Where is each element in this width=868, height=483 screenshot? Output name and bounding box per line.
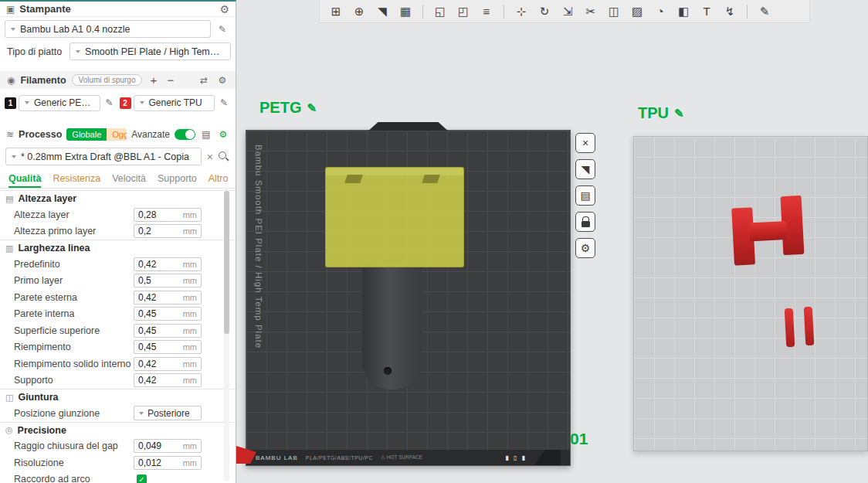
tab-velocità[interactable]: Velocità xyxy=(112,173,146,188)
process-preset-select[interactable]: * 0.28mm Extra Draft @BBL A1 - Copia xyxy=(5,148,202,165)
tab-resistenza[interactable]: Resistenza xyxy=(53,173,100,188)
process-scope-switch[interactable]: Globale Oggetti xyxy=(66,128,127,141)
arrange-plate-icon[interactable]: ▤ xyxy=(575,185,595,206)
scrollbar-thumb[interactable] xyxy=(224,191,229,334)
orient-plate-icon[interactable]: ◥ xyxy=(575,159,595,179)
param-label: Posizione giunzione xyxy=(14,408,134,419)
auto-orient-icon[interactable]: ◥ xyxy=(372,2,392,21)
seam-paint-icon[interactable]: ◔ xyxy=(650,2,670,21)
section-header[interactable]: ▤Altezza layer xyxy=(0,190,236,206)
rotate-icon[interactable]: ↻ xyxy=(534,2,554,21)
remove-filament-button[interactable]: − xyxy=(164,74,176,86)
chevron-down-icon xyxy=(11,28,15,31)
advanced-tools-icon[interactable]: ⚙ xyxy=(217,128,229,141)
viewport-3d[interactable]: ⊞⊕◥▦◱◰≡⊹↻⇲✂◫▨◔◧T↯✎ PETG ✎ TPU ✎ Bambu Sm… xyxy=(236,0,868,483)
scraper-handle-object[interactable] xyxy=(362,264,422,389)
color-paint-icon[interactable]: ◧ xyxy=(673,2,693,21)
param-input[interactable]: 0,42mm xyxy=(134,291,202,304)
param-row: Supporto0,42mm xyxy=(0,372,236,389)
filament-icon: ◉ xyxy=(7,75,15,86)
delete-plate-icon[interactable]: × xyxy=(575,133,595,153)
filament-color-chip[interactable]: 2 xyxy=(120,97,131,109)
split-to-objects-icon[interactable]: ◱ xyxy=(430,2,450,21)
param-checkbox[interactable]: ✓ xyxy=(137,474,147,483)
scraper-head-object-selected[interactable] xyxy=(325,167,464,267)
plate-number-badge[interactable]: 01 xyxy=(570,430,588,448)
tpu-bar-object[interactable] xyxy=(785,308,795,348)
parameter-table-icon[interactable]: ▤ xyxy=(200,128,212,141)
search-icon[interactable] xyxy=(219,151,229,162)
build-plate-tpu[interactable] xyxy=(633,136,868,451)
tab-altro[interactable]: Altro xyxy=(209,173,229,188)
scope-global[interactable]: Globale xyxy=(66,128,107,141)
param-select[interactable]: Posteriore xyxy=(134,406,202,420)
edit-filament-icon[interactable]: ✎ xyxy=(103,94,117,111)
printer-select[interactable]: Bambu Lab A1 0.4 nozzle xyxy=(5,20,211,38)
filament-select[interactable]: Generic TPU xyxy=(134,95,215,111)
add-object-icon[interactable]: ⊞ xyxy=(326,2,346,21)
param-input[interactable]: 0,049mm xyxy=(134,439,202,453)
param-value-col: 0,42mm xyxy=(134,357,202,371)
param-unit: mm xyxy=(183,326,197,335)
add-plate-icon[interactable]: ⊕ xyxy=(349,2,369,21)
edit-filament-icon[interactable]: ✎ xyxy=(217,94,231,111)
param-input[interactable]: 0,45mm xyxy=(134,324,202,338)
arrange-icon[interactable]: ▦ xyxy=(395,2,415,21)
plate-side-text: Bambu Smooth PEI Plate / High Temp Plate xyxy=(254,145,263,483)
printer-section-header[interactable]: ▣ Stampante ⚙ xyxy=(0,2,236,17)
param-input[interactable]: 0,2mm xyxy=(134,224,202,238)
clear-preset-icon[interactable]: × xyxy=(207,151,213,162)
sidebar-scrollbar[interactable] xyxy=(224,187,229,481)
param-input[interactable]: 0,42mm xyxy=(134,257,202,271)
section-header[interactable]: ◫Giuntura xyxy=(0,389,236,405)
param-value: 0,45 xyxy=(138,325,183,336)
edit-printer-icon[interactable]: ✎ xyxy=(214,21,231,38)
param-row: Altezza layer0,28mm xyxy=(0,206,236,223)
param-input[interactable]: 0,45mm xyxy=(134,340,202,354)
filament-select[interactable]: Generic PETG xyxy=(19,95,100,111)
printer-settings-gear-icon[interactable]: ⚙ xyxy=(219,3,229,15)
plate-toolbar: ×◥▤⚙ xyxy=(575,133,595,258)
toolbar-divider xyxy=(747,5,748,19)
lock-plate-icon[interactable] xyxy=(575,212,595,232)
tab-qualità[interactable]: Qualità xyxy=(8,173,41,188)
ams-sync-icon[interactable]: ⇄ xyxy=(198,74,210,87)
mesh-boolean-icon[interactable]: ◫ xyxy=(604,2,624,21)
param-input[interactable]: 0,42mm xyxy=(134,357,202,371)
build-plate-petg[interactable]: Bambu Smooth PEI Plate / High Temp Plate… xyxy=(246,130,571,466)
param-input[interactable]: 0,012mm xyxy=(134,456,202,470)
tpu-bar-object[interactable] xyxy=(804,307,815,346)
edit-petg-name-icon[interactable]: ✎ xyxy=(307,101,317,115)
move-icon[interactable]: ⊹ xyxy=(511,2,531,21)
plate-type-select[interactable]: Smooth PEI Plate / High Temp Plate xyxy=(70,43,231,60)
param-input[interactable]: 0,45mm xyxy=(134,307,202,321)
param-input[interactable]: 0,28mm xyxy=(134,208,202,222)
scope-objects[interactable]: Oggetti xyxy=(107,128,127,141)
scale-icon[interactable]: ⇲ xyxy=(558,2,578,21)
sweep-tool-icon[interactable]: ↯ xyxy=(720,2,740,21)
param-row: Riempimento solido interno0,42mm xyxy=(0,355,236,372)
param-value-col: 0,049mm xyxy=(134,439,202,453)
param-input[interactable]: 0,5mm xyxy=(134,274,202,287)
filament-settings-gear-icon[interactable]: ⚙ xyxy=(216,74,229,87)
split-to-parts-icon[interactable]: ◰ xyxy=(453,2,473,21)
tpu-h-object[interactable] xyxy=(731,195,812,272)
flush-volumes-button[interactable]: Volumi di spurgo xyxy=(72,74,143,86)
tab-supporto[interactable]: Supporto xyxy=(158,173,197,188)
support-paint-icon[interactable]: ▨ xyxy=(627,2,647,21)
edit-tpu-name-icon[interactable]: ✎ xyxy=(674,107,684,121)
variable-layer-height-icon[interactable]: ≡ xyxy=(476,2,497,21)
text-tool-icon[interactable]: T xyxy=(697,2,717,21)
plate-handle xyxy=(361,122,456,131)
param-value: 0,42 xyxy=(138,375,183,386)
add-filament-button[interactable]: + xyxy=(147,74,159,86)
param-unit: mm xyxy=(183,359,197,369)
advanced-toggle[interactable] xyxy=(175,129,195,140)
param-input[interactable]: 0,42mm xyxy=(134,373,202,387)
edit-plate-icon[interactable]: ✎ xyxy=(754,2,775,21)
cut-icon[interactable]: ✂ xyxy=(581,2,601,21)
filament-color-chip[interactable]: 1 xyxy=(5,97,16,109)
section-header[interactable]: ▥Larghezza linea xyxy=(0,240,236,256)
plate-settings-icon[interactable]: ⚙ xyxy=(575,238,595,258)
section-header[interactable]: ◎Precisione xyxy=(0,422,236,438)
